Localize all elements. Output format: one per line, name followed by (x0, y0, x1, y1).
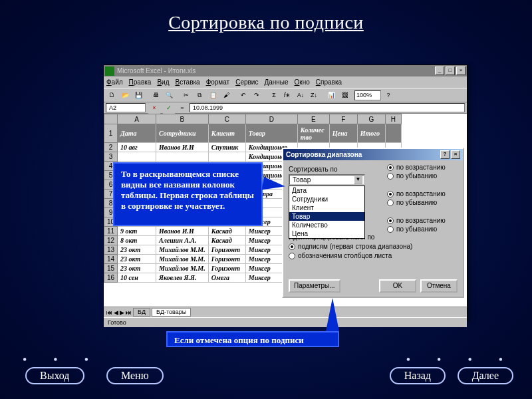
menu-item[interactable]: Данные (264, 78, 288, 86)
table-cell[interactable]: 23 окт (118, 264, 156, 273)
exit-button[interactable]: Выход (25, 367, 84, 384)
table-cell[interactable]: Омега (208, 273, 245, 283)
name-box[interactable]: A2 (106, 103, 146, 112)
column-header[interactable]: H (385, 114, 401, 124)
table-cell[interactable]: 10 сен (118, 273, 156, 283)
column-header[interactable]: B (156, 114, 209, 124)
row-header[interactable]: 14 (104, 255, 118, 264)
table-cell[interactable]: 10 авг (118, 143, 156, 152)
cut-icon[interactable]: ✂ (180, 90, 192, 101)
ok-button[interactable]: OK (379, 279, 416, 293)
row-header[interactable]: 11 (104, 227, 118, 236)
confirm-entry-icon[interactable]: ✓ (163, 102, 175, 114)
menu-item[interactable]: Сервис (235, 78, 258, 86)
sheet-tabs[interactable]: ⏮ ◀ ▶ ⏭ БД БД-товары (104, 307, 467, 317)
table-cell[interactable]: Иванов И.И (156, 227, 209, 236)
row-header[interactable]: 1 (104, 124, 118, 143)
table-header-cell[interactable]: Дата (118, 124, 156, 143)
table-header-cell[interactable]: Товар (245, 124, 297, 143)
new-icon[interactable]: 🗋 (106, 90, 118, 101)
open-icon[interactable]: 📂 (119, 90, 131, 101)
sort-asc-icon[interactable]: A↓ (295, 90, 307, 101)
sheet-tab[interactable]: БД (133, 308, 150, 317)
menu-item[interactable]: Правка (129, 78, 152, 86)
next-button[interactable]: Далее (458, 367, 513, 384)
function-icon[interactable]: f∗ (281, 90, 293, 101)
table-header-cell[interactable]: Цена (329, 124, 357, 143)
sort-by-combo[interactable]: Товар ▼ (289, 174, 365, 186)
dropdown-option[interactable]: Цена (289, 229, 364, 238)
sort-desc-icon[interactable]: Z↓ (308, 90, 320, 101)
table-cell[interactable] (118, 152, 156, 162)
redo-icon[interactable]: ↷ (251, 90, 263, 101)
radio-asc-3[interactable] (387, 217, 394, 224)
params-button[interactable]: Параметры... (289, 279, 340, 293)
radio-desc-3[interactable] (387, 226, 394, 233)
row-header[interactable]: 13 (104, 245, 118, 255)
table-cell[interactable]: Горизонт (208, 255, 245, 264)
row-header[interactable]: 3 (104, 152, 118, 162)
menu-item[interactable]: Вставка (175, 78, 200, 86)
sheet-tab-active[interactable]: БД-товары (152, 308, 191, 317)
autosum-icon[interactable]: Σ (268, 90, 280, 101)
print-icon[interactable]: 🖶 (150, 90, 162, 101)
zoom-combo[interactable]: 100% (354, 90, 381, 100)
table-cell[interactable]: Иванов И.И (156, 143, 209, 152)
column-header[interactable]: F (329, 114, 357, 124)
table-header-cell[interactable]: Количество (297, 124, 329, 143)
menu-item[interactable]: Формат (206, 78, 230, 86)
row-header[interactable]: 15 (104, 264, 118, 273)
menu-item[interactable]: Файл (106, 78, 123, 86)
table-cell[interactable]: 8 окт (118, 236, 156, 245)
row-header[interactable]: 2 (104, 143, 118, 152)
dropdown-option[interactable]: Товар (289, 212, 364, 221)
minimize-button[interactable]: _ (435, 66, 444, 75)
save-icon[interactable]: 💾 (132, 90, 144, 101)
table-cell[interactable]: Михайлов М.М. (156, 255, 209, 264)
dialog-help-icon[interactable]: ?× (440, 150, 460, 159)
table-cell[interactable]: Михайлов М.М. (156, 264, 209, 273)
tab-nav-last-icon[interactable]: ⏭ (126, 309, 132, 316)
table-cell[interactable]: 23 окт (118, 245, 156, 255)
table-cell[interactable]: 9 окт (118, 227, 156, 236)
menu-item[interactable]: Справка (316, 78, 342, 86)
table-header-cell[interactable]: Сотрудники (156, 124, 209, 143)
column-header[interactable]: D (245, 114, 297, 124)
table-cell[interactable]: 23 окт (118, 255, 156, 264)
menu-item[interactable]: Вид (157, 78, 169, 86)
table-cell[interactable] (208, 152, 245, 162)
preview-icon[interactable]: 🔍 (163, 90, 175, 101)
sort-by-dropdown[interactable]: ДатаСотрудникиКлиентТоварКоличествоЦена (289, 186, 365, 239)
format-painter-icon[interactable]: 🖌 (220, 90, 232, 101)
maximize-button[interactable]: □ (446, 66, 455, 75)
radio-identify-labels[interactable] (289, 243, 295, 250)
tab-nav-prev-icon[interactable]: ◀ (114, 309, 118, 316)
column-header[interactable]: A (118, 114, 156, 124)
chart-icon[interactable]: 📊 (325, 90, 337, 101)
toolbar-standard[interactable]: 🗋 📂 💾 🖶 🔍 ✂ ⧉ 📋 🖌 ↶ ↷ Σ f∗ A↓ Z↓ 📊 🖼 100… (104, 88, 467, 102)
table-header-cell[interactable]: Итого (357, 124, 385, 143)
radio-desc-1[interactable] (387, 173, 394, 180)
drawing-icon[interactable]: 🖼 (338, 90, 350, 101)
radio-desc-2[interactable] (387, 200, 394, 206)
dropdown-option[interactable]: Сотрудники (289, 195, 364, 203)
radio-asc-1[interactable] (387, 164, 394, 171)
table-cell[interactable]: Горизонт (208, 264, 245, 273)
close-button[interactable]: × (456, 66, 466, 75)
row-header[interactable]: 12 (104, 236, 118, 245)
undo-icon[interactable]: ↶ (237, 90, 249, 101)
chevron-down-icon[interactable]: ▼ (354, 176, 362, 184)
tab-nav-next-icon[interactable]: ▶ (120, 309, 124, 316)
dropdown-option[interactable]: Количество (289, 221, 364, 229)
menu-item[interactable]: Окно (295, 78, 310, 86)
back-button[interactable]: Назад (390, 367, 446, 384)
menubar[interactable]: ФайлПравкаВидВставкаФорматСервисДанныеОк… (104, 76, 467, 88)
table-cell[interactable]: Каскад (208, 236, 245, 245)
help-icon[interactable]: ? (382, 90, 394, 101)
table-cell[interactable]: Спутник (208, 143, 245, 152)
copy-icon[interactable]: ⧉ (194, 90, 205, 101)
formula-bar[interactable]: 10.08.1999 (190, 103, 465, 112)
menu-button[interactable]: Меню (106, 367, 164, 384)
column-header[interactable]: C (208, 114, 245, 124)
tab-nav-first-icon[interactable]: ⏮ (106, 309, 112, 316)
